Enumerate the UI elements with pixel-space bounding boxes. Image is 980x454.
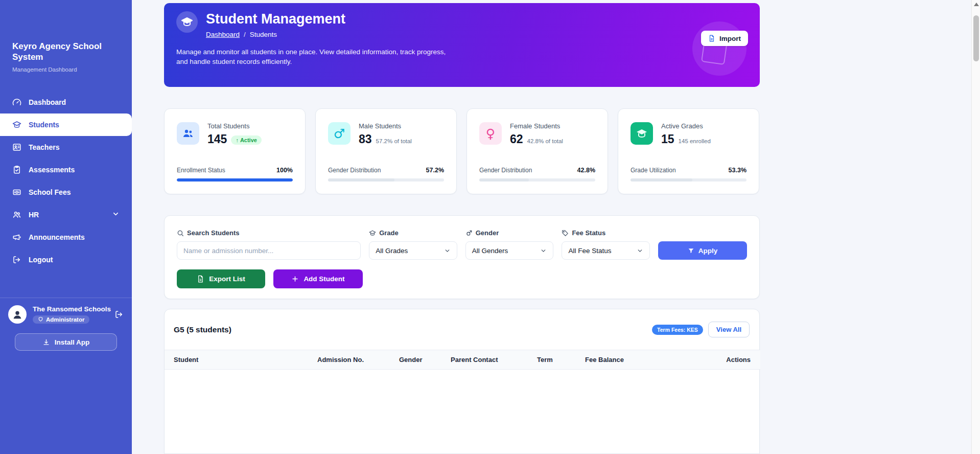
tag-icon	[562, 230, 569, 237]
sidebar-header: Keyro Agency School System Management Da…	[0, 0, 132, 73]
stat-footer-value: 53.3%	[729, 167, 746, 174]
sidebar-item-school-fees[interactable]: School Fees	[0, 181, 132, 203]
sidebar-item-dashboard[interactable]: Dashboard	[0, 91, 132, 114]
view-all-button[interactable]: View All	[708, 322, 750, 337]
breadcrumb-dashboard-link[interactable]: Dashboard	[206, 31, 240, 38]
column-header-admission: Admission No.	[317, 350, 399, 370]
search-input[interactable]	[177, 241, 361, 260]
search-label-text: Search Students	[187, 229, 240, 237]
column-header-term: Term	[537, 350, 585, 370]
gender-select[interactable]: All Genders	[465, 241, 554, 260]
sidebar-item-label: Announcements	[29, 233, 85, 241]
import-button[interactable]: Import	[701, 31, 748, 46]
gender-icon	[465, 230, 473, 237]
search-icon	[177, 230, 184, 237]
trend-up-icon: ↑	[236, 137, 239, 143]
scrollbar-thumb[interactable]	[973, 15, 979, 61]
gender-label: Gender	[465, 229, 554, 237]
sidebar-item-students[interactable]: Students	[0, 114, 132, 136]
app-subtitle: Management Dashboard	[12, 66, 120, 73]
column-header-parent-contact: Parent Contact	[451, 350, 537, 370]
vertical-scrollbar[interactable]	[971, 0, 980, 454]
stat-footer-value: 100%	[276, 167, 293, 174]
install-app-button[interactable]: Install App	[15, 333, 117, 351]
scroll-up-arrow[interactable]	[974, 3, 979, 6]
fee-status-select-value: All Fee Status	[568, 247, 611, 255]
stat-card-male-students: ♂ Male Students 83 57.2% of total Gender…	[315, 108, 457, 194]
term-fees-badge: Term Fees: KES	[652, 325, 703, 335]
document-icon	[197, 275, 204, 283]
group-name: G5	[174, 325, 184, 334]
stat-meta: 42.8% of total	[527, 138, 563, 144]
stat-footer-label: Gender Distribution	[479, 167, 532, 174]
sidebar-item-teachers[interactable]: Teachers	[0, 136, 132, 158]
plus-icon	[291, 275, 299, 283]
role-badge: Administrator	[33, 315, 89, 324]
logout-icon	[12, 255, 21, 264]
progress-fill	[328, 178, 394, 181]
sidebar-nav: Dashboard Students Teachers Assessments …	[0, 91, 132, 271]
apply-label: Apply	[698, 247, 718, 255]
stat-card-female-students: ♀ Female Students 62 42.8% of total Gend…	[466, 108, 608, 194]
progress-track	[479, 178, 595, 181]
grade-label-text: Grade	[379, 229, 399, 237]
sidebar-user-section: The Ransomed Schools Administrator Insta…	[0, 298, 132, 351]
gender-label-text: Gender	[476, 229, 499, 237]
sidebar-item-label: Assessments	[29, 166, 75, 174]
sign-out-icon[interactable]	[114, 310, 124, 319]
filter-funnel-icon	[688, 247, 694, 254]
chevron-down-icon	[112, 210, 120, 219]
male-icon: ♂	[328, 122, 351, 145]
grade-select[interactable]: All Grades	[369, 241, 457, 260]
sidebar-item-hr[interactable]: HR	[0, 203, 132, 226]
sidebar-item-label: HR	[29, 211, 39, 219]
progress-fill	[479, 178, 529, 181]
stat-footer-label: Grade Utilization	[631, 167, 676, 174]
breadcrumb: Dashboard / Students	[206, 31, 345, 38]
page-header-banner: Student Management Dashboard / Students …	[164, 3, 760, 87]
grade-select-value: All Grades	[376, 247, 408, 255]
sidebar-item-label: Dashboard	[29, 98, 66, 106]
apply-filters-button[interactable]: Apply	[658, 241, 747, 260]
avatar	[8, 305, 27, 324]
user-name: The Ransomed Schools	[33, 305, 108, 313]
search-label: Search Students	[177, 229, 361, 237]
students-icon	[12, 120, 21, 129]
import-label: Import	[719, 35, 741, 42]
install-app-label: Install App	[55, 338, 90, 346]
fee-status-label-text: Fee Status	[572, 229, 605, 237]
group-title: G5 (5 students)	[174, 325, 231, 334]
students-group-icon	[177, 122, 199, 145]
stats-row: Total Students 145 ↑Active Enrollment St…	[164, 108, 760, 194]
sidebar: Keyro Agency School System Management Da…	[0, 0, 132, 454]
stat-meta: 145 enrolled	[679, 138, 711, 144]
filters-panel: Search Students Grade All Grades	[164, 215, 760, 299]
sidebar-item-announcements[interactable]: Announcements	[0, 226, 132, 248]
grade-label: Grade	[369, 229, 457, 237]
add-student-label: Add Student	[304, 275, 344, 283]
progress-track	[631, 178, 746, 181]
user-icon	[12, 309, 23, 320]
progress-track	[177, 178, 293, 181]
female-icon: ♀	[479, 122, 502, 145]
graduation-cap-icon	[631, 122, 653, 145]
graduation-cap-icon	[181, 16, 193, 28]
chevron-down-icon	[637, 247, 643, 254]
sidebar-item-label: School Fees	[29, 188, 71, 196]
sidebar-item-logout[interactable]: Logout	[0, 248, 132, 271]
progress-fill	[631, 178, 692, 181]
app-title: Keyro Agency School System	[12, 41, 120, 63]
column-header-gender: Gender	[399, 350, 451, 370]
stat-title: Active Grades	[661, 122, 711, 130]
progress-fill	[177, 178, 293, 181]
stat-card-active-grades: Active Grades 15 145 enrolled Grade Util…	[618, 108, 759, 194]
page-description: Manage and monitor all students in one p…	[176, 47, 456, 66]
graduation-cap-badge	[176, 11, 198, 33]
add-student-button[interactable]: Add Student	[273, 269, 363, 288]
sidebar-item-assessments[interactable]: Assessments	[0, 158, 132, 181]
fee-status-select[interactable]: All Fee Status	[562, 241, 650, 260]
export-list-button[interactable]: Export List	[177, 269, 265, 288]
stat-value: 145	[207, 132, 227, 146]
stat-footer-label: Enrollment Status	[177, 167, 225, 174]
stat-card-total-students: Total Students 145 ↑Active Enrollment St…	[164, 108, 306, 194]
